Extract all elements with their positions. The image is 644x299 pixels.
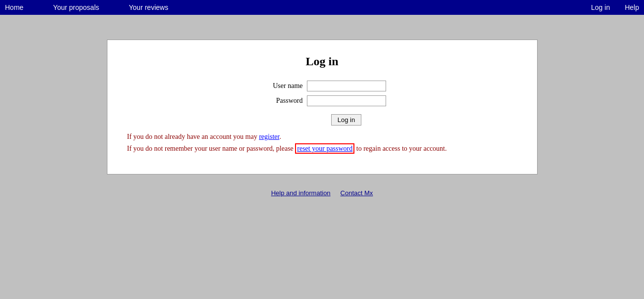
navbar: Home Your proposals Your reviews Log in …: [0, 0, 644, 15]
password-label: Password: [258, 97, 303, 105]
reset-password-link[interactable]: reset your password: [295, 143, 354, 154]
nav-home[interactable]: Home: [5, 3, 23, 11]
nav-right: Log in Help: [591, 3, 639, 11]
reset-text-before: If you do not remember your user name or…: [127, 145, 296, 152]
register-text-before: If you do not already have an account yo…: [127, 133, 259, 140]
nav-left: Home Your proposals Your reviews: [5, 3, 591, 11]
nav-login[interactable]: Log in: [591, 3, 610, 11]
nav-your-proposals[interactable]: Your proposals: [53, 3, 99, 11]
password-input[interactable]: [307, 95, 386, 106]
reset-text-after: to regain access to your account.: [354, 145, 446, 152]
register-link[interactable]: register: [259, 133, 279, 140]
login-box: Log in User name Password Log in If you …: [107, 40, 538, 174]
reset-text: If you do not remember your user name or…: [127, 145, 517, 153]
nav-help[interactable]: Help: [625, 3, 639, 11]
register-text-after: .: [279, 133, 281, 140]
form-section: User name Password Log in: [127, 81, 517, 126]
help-and-information-link[interactable]: Help and information: [271, 189, 331, 197]
nav-your-reviews[interactable]: Your reviews: [129, 3, 168, 11]
password-row: Password: [258, 95, 386, 106]
contact-mx-link[interactable]: Contact Mx: [341, 189, 373, 197]
main-content: Log in User name Password Log in If you …: [0, 15, 644, 197]
button-row: Log in: [283, 110, 361, 126]
footer-links: Help and information Contact Mx: [271, 189, 373, 197]
register-text: If you do not already have an account yo…: [127, 133, 517, 141]
username-input[interactable]: [307, 81, 386, 91]
login-button[interactable]: Log in: [331, 114, 361, 126]
login-title: Log in: [127, 55, 517, 68]
username-row: User name: [258, 81, 386, 91]
info-section: If you do not already have an account yo…: [127, 133, 517, 153]
username-label: User name: [258, 82, 303, 90]
